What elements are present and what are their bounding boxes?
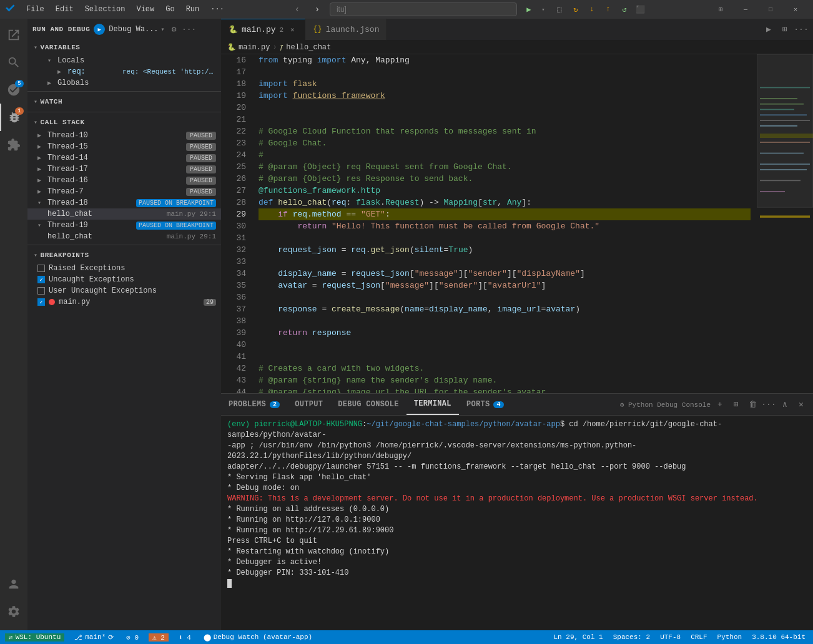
split-editor-button[interactable]: ⊞ <box>778 22 792 36</box>
breakpoints-section-header[interactable]: ▾ BREAKPOINTS <box>27 248 221 263</box>
debug-panel-button[interactable]: ⬚ <box>553 2 566 16</box>
activity-explorer[interactable] <box>0 21 27 49</box>
more-actions-button[interactable]: ··· <box>794 22 808 36</box>
menu-edit[interactable]: Edit <box>51 4 79 15</box>
status-remote[interactable]: ⇌ WSL: Ubuntu <box>5 633 64 642</box>
debug-more-button[interactable]: ··· <box>184 24 195 35</box>
tab-terminal[interactable]: TERMINAL <box>406 394 459 415</box>
debug-split-button[interactable]: ▾ <box>536 2 550 16</box>
window-layouts-button[interactable]: ⊞ <box>708 0 733 19</box>
debug-step-into[interactable]: ↓ <box>585 2 599 16</box>
thread-7[interactable]: ▶ Thread-7 PAUSED <box>27 186 221 197</box>
run-file-button[interactable]: ▶ <box>762 22 776 36</box>
status-debug-watch[interactable]: ⬤ Debug Watch (avatar-app) <box>201 633 315 642</box>
watch-section-header[interactable]: ▾ WATCH <box>27 94 221 109</box>
menu-go[interactable]: Go <box>160 4 179 15</box>
status-language[interactable]: Python <box>715 633 745 641</box>
start-debug-button[interactable]: ▶ <box>94 24 105 35</box>
menu-run[interactable]: Run <box>181 4 205 15</box>
tab-launch-json[interactable]: {} launch.json <box>305 19 387 40</box>
new-terminal-button[interactable]: + <box>713 398 727 411</box>
window-close[interactable]: ✕ <box>783 0 808 19</box>
tab-main-py[interactable]: 🐍 main.py 2 ✕ <box>221 19 305 40</box>
forward-button[interactable]: › <box>310 3 325 16</box>
status-encoding[interactable]: UTF-8 <box>658 633 683 641</box>
code-line-32: request_json = req.get_json(silent=True) <box>259 244 751 256</box>
tab-debug-console[interactable]: DEBUG CONSOLE <box>330 394 406 415</box>
code-content[interactable]: from typing import Any, Mapping import f… <box>252 54 757 393</box>
status-errors[interactable]: ⊘ 0 <box>124 633 141 642</box>
thread-16[interactable]: ▶ Thread-16 PAUSED <box>27 175 221 186</box>
call-frame-19-hello-chat[interactable]: hello_chat main.py 29:1 <box>27 231 221 242</box>
terminal-more-button[interactable]: ··· <box>762 398 776 411</box>
status-position[interactable]: Ln 29, Col 1 <box>551 633 606 641</box>
status-spaces[interactable]: Spaces: 2 <box>611 633 653 641</box>
command-search[interactable] <box>330 2 517 16</box>
status-version[interactable]: 3.8.10 64-bit <box>749 633 808 641</box>
code-line-29: ● if req.method == "GET": <box>259 208 751 220</box>
window-minimize[interactable]: — <box>733 0 758 19</box>
activity-remote[interactable] <box>0 570 27 598</box>
activity-search[interactable] <box>0 49 27 76</box>
activity-source-control[interactable]: 5 <box>0 76 27 104</box>
terminal-content[interactable]: (env) pierrick@LAPTOP-HKU5PNNG:~/git/goo… <box>221 416 813 630</box>
variables-section-header[interactable]: ▾ VARIABLES <box>27 40 221 55</box>
main-py-checkbox[interactable]: ✓ <box>37 298 45 306</box>
tab-problems[interactable]: PROBLEMS 2 <box>221 394 287 415</box>
locals-tree-item[interactable]: ▾ Locals <box>27 55 221 66</box>
thread-19[interactable]: ▾ Thread-19 PAUSED ON BREAKPOINT <box>27 220 221 231</box>
extensions-label: ⬇ 4 <box>179 633 191 642</box>
activity-extensions[interactable] <box>0 131 27 159</box>
minimap[interactable] <box>757 54 813 393</box>
debug-step-out[interactable]: ↑ <box>601 2 615 16</box>
code-line-22: # Google Cloud Function that responds to… <box>259 125 751 137</box>
kill-terminal-button[interactable]: 🗑 <box>746 398 759 411</box>
panel-close-button[interactable]: ✕ <box>794 398 808 411</box>
debug-stop[interactable]: ⬛ <box>634 2 648 16</box>
debug-restart[interactable]: ↺ <box>618 2 631 16</box>
panel-toolbar: ⚙ Python Debug Console + ⊞ 🗑 ··· ∧ ✕ <box>620 394 813 415</box>
thread-18[interactable]: ▾ Thread-18 PAUSED ON BREAKPOINT <box>27 197 221 208</box>
ln-24: 24 <box>221 149 246 161</box>
debug-settings-button[interactable]: ⚙ <box>169 24 180 35</box>
user-uncaught-exceptions-checkbox[interactable] <box>37 287 45 295</box>
call-frame-18-hello-chat[interactable]: hello_chat main.py 29:1 <box>27 208 221 220</box>
menu-view[interactable]: View <box>131 4 159 15</box>
status-eol[interactable]: CRLF <box>688 633 709 641</box>
window-controls: ⊞ — □ ✕ <box>708 0 808 19</box>
status-branch[interactable]: ⎇ main* ⟳ <box>72 633 116 642</box>
debug-config-select[interactable]: Debug Wa... ▾ <box>109 25 164 34</box>
tab-main-py-close[interactable]: ✕ <box>287 25 297 35</box>
call-stack-section-header[interactable]: ▾ CALL STACK <box>27 115 221 130</box>
window-maximize[interactable]: □ <box>758 0 783 19</box>
activity-debug[interactable]: 1 <box>0 104 27 131</box>
tab-ports[interactable]: PORTS 4 <box>459 394 511 415</box>
debug-console-label: DEBUG CONSOLE <box>338 400 399 409</box>
thread-10[interactable]: ▶ Thread-10 PAUSED <box>27 130 221 141</box>
panel-maximize-button[interactable]: ∧ <box>778 398 792 411</box>
code-line-25: # @param {Object} req Request sent from … <box>259 161 751 173</box>
debug-continue-button[interactable]: ▶ <box>522 2 536 16</box>
menu-selection[interactable]: Selection <box>80 4 131 15</box>
back-button[interactable]: ‹ <box>290 3 305 16</box>
thread-17[interactable]: ▶ Thread-17 PAUSED <box>27 163 221 175</box>
tab-output[interactable]: OUTPUT <box>287 394 330 415</box>
menu-more[interactable]: ··· <box>205 4 229 15</box>
breadcrumb-function[interactable]: hello_chat <box>286 43 331 52</box>
thread-15[interactable]: ▶ Thread-15 PAUSED <box>27 141 221 152</box>
req-variable[interactable]: ▶ req: req: <Request 'http://charming-tr… <box>27 66 221 77</box>
menu-file[interactable]: File <box>21 4 49 15</box>
breadcrumb-file[interactable]: main.py <box>239 43 270 52</box>
run-debug-label: RUN AND DEBUG <box>32 26 90 33</box>
raised-exceptions-checkbox[interactable] <box>37 265 45 272</box>
thread-14[interactable]: ▶ Thread-14 PAUSED <box>27 152 221 163</box>
spaces-label: Spaces: 2 <box>613 633 650 641</box>
globals-tree-item[interactable]: ▶ Globals <box>27 77 221 89</box>
terminal-line-1c: adapter/../../debugpy/launcher 57151 -- … <box>227 462 807 472</box>
status-extensions[interactable]: ⬇ 4 <box>176 633 194 642</box>
debug-step-over[interactable]: ↻ <box>569 2 583 16</box>
split-terminal-button[interactable]: ⊞ <box>729 398 743 411</box>
status-warnings[interactable]: ⚠ 2 <box>149 633 169 642</box>
uncaught-exceptions-checkbox[interactable]: ✓ <box>37 276 45 283</box>
activity-settings[interactable] <box>0 598 27 625</box>
